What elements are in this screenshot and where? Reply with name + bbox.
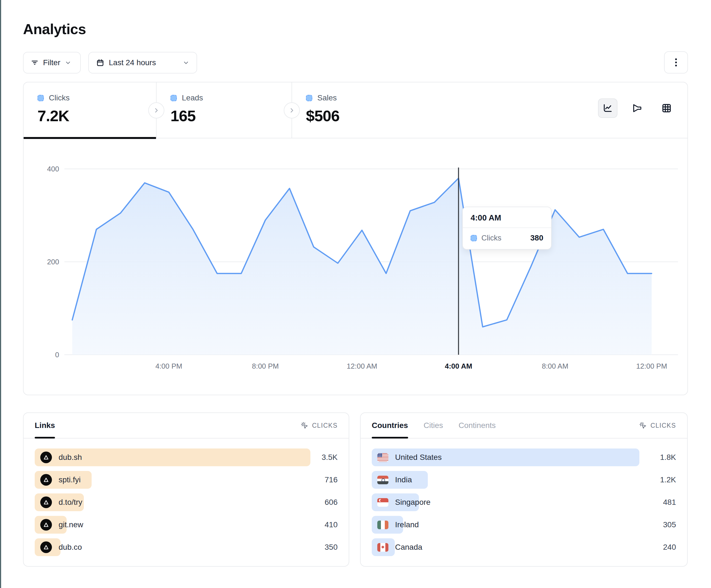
x-axis-label: 4:00 PM [155, 362, 182, 370]
tooltip-legend-marker [471, 235, 477, 241]
chevron-down-icon [183, 59, 189, 66]
list-item[interactable]: Canada240 [372, 538, 676, 556]
dub-logo-icon [40, 541, 52, 553]
tooltip-time: 4:00 AM [463, 207, 551, 228]
chevron-right-icon [153, 107, 159, 113]
row-value: 481 [663, 498, 676, 507]
date-range-label: Last 24 hours [109, 58, 156, 67]
list-item[interactable]: d.to/try606 [35, 493, 338, 511]
stat-tabs-row: Clicks 7.2K Leads 165 Sales $506 [24, 82, 687, 138]
links-metric-header[interactable]: CLICKS [300, 421, 338, 430]
list-item[interactable]: dub.co350 [35, 538, 338, 556]
row-label: git.new [59, 520, 83, 529]
y-axis-label: 200 [47, 258, 59, 266]
expand-leads-button[interactable] [284, 103, 300, 118]
row-value: 606 [325, 498, 338, 507]
tab-cities[interactable]: Cities [424, 413, 443, 438]
stat-label: Clicks [49, 93, 70, 103]
window-edge-accent [0, 0, 1, 588]
row-value: 410 [325, 520, 338, 529]
list-item[interactable]: git.new410 [35, 516, 338, 534]
list-item[interactable]: dub.sh3.5K [35, 449, 338, 466]
list-item[interactable]: India1.2K [372, 471, 676, 489]
stat-value: 7.2K [38, 107, 156, 125]
x-axis-label: 8:00 AM [542, 362, 568, 370]
filter-icon [31, 59, 39, 67]
page-title: Analytics [23, 21, 86, 38]
tab-continents[interactable]: Continents [459, 413, 496, 438]
stat-value: 165 [170, 107, 292, 125]
analytics-card: Clicks 7.2K Leads 165 Sales $506 [23, 82, 688, 395]
active-tab-underline [35, 437, 55, 438]
row-label: dub.sh [59, 453, 82, 462]
tab-clicks[interactable]: Clicks 7.2K [24, 82, 156, 138]
row-label: United States [395, 453, 442, 462]
tooltip-value: 380 [530, 233, 543, 243]
row-label: Singapore [395, 498, 431, 507]
row-value: 350 [325, 543, 338, 552]
countries-panel: Countries Cities Continents CLICKS Unite… [360, 412, 688, 567]
dub-logo-icon [40, 474, 52, 485]
funnel-chart-icon [631, 103, 643, 114]
list-item[interactable]: spti.fyi716 [35, 471, 338, 489]
cities-tab-label: Cities [424, 421, 443, 430]
list-item[interactable]: Singapore481 [372, 493, 676, 511]
leads-legend-marker [170, 95, 177, 101]
flag-ca-icon [377, 543, 388, 552]
continents-tab-label: Continents [459, 421, 496, 430]
stat-value: $506 [306, 107, 427, 125]
tab-links[interactable]: Links [35, 413, 55, 438]
table-icon [661, 103, 672, 114]
links-panel: Links CLICKS dub.sh3.5Kspti.fyi716d.to/t… [23, 412, 349, 567]
active-tab-underline [372, 437, 408, 438]
cursor-click-icon [639, 421, 647, 430]
analytics-page: Analytics Filter Last 24 hours [0, 0, 711, 588]
chart-tooltip: 4:00 AM Clicks 380 [462, 207, 552, 250]
line-chart-view-button[interactable] [598, 98, 618, 118]
date-range-button[interactable]: Last 24 hours [88, 52, 197, 73]
x-axis-label: 12:00 PM [636, 362, 667, 370]
flag-in-icon [377, 476, 388, 484]
countries-tab-label: Countries [372, 421, 408, 430]
list-item[interactable]: Ireland305 [372, 516, 676, 534]
sales-legend-marker [306, 95, 312, 101]
line-chart-icon [602, 103, 613, 114]
y-axis-label: 400 [47, 165, 59, 173]
funnel-chart-view-button[interactable] [627, 98, 647, 118]
tab-countries[interactable]: Countries [372, 413, 408, 438]
metric-label: CLICKS [312, 422, 338, 429]
x-axis-label: 12:00 AM [347, 362, 377, 370]
row-label: spti.fyi [59, 475, 81, 484]
row-label: dub.co [59, 543, 82, 552]
row-value: 716 [325, 475, 338, 484]
tab-leads[interactable]: Leads 165 [156, 82, 292, 138]
row-label: Ireland [395, 520, 419, 529]
dub-logo-icon [40, 452, 52, 463]
list-item[interactable]: United States1.8K [372, 449, 676, 466]
chevron-down-icon [65, 59, 71, 66]
chart-view-toggles [598, 98, 676, 118]
flag-us-icon [377, 453, 388, 462]
flag-ie-icon [377, 521, 388, 529]
tab-sales[interactable]: Sales $506 [292, 82, 427, 138]
clicks-legend-marker [38, 95, 44, 101]
row-value: 3.5K [322, 453, 338, 462]
dub-logo-icon [40, 519, 52, 530]
row-label: India [395, 475, 412, 484]
cursor-click-icon [300, 421, 309, 430]
dub-logo-icon [40, 496, 52, 508]
countries-metric-header[interactable]: CLICKS [639, 421, 676, 430]
filter-button[interactable]: Filter [23, 52, 81, 73]
x-axis-label: 8:00 PM [252, 362, 279, 370]
table-view-button[interactable] [657, 98, 676, 118]
kebab-menu-icon [672, 58, 680, 67]
x-axis-label: 4:00 AM [445, 362, 472, 370]
expand-clicks-button[interactable] [148, 103, 164, 118]
row-value: 1.2K [660, 475, 676, 484]
chevron-right-icon [289, 107, 295, 113]
more-options-button[interactable] [664, 51, 688, 73]
calendar-icon [96, 59, 104, 67]
area-fill [72, 178, 652, 355]
tooltip-series-label: Clicks [481, 234, 501, 243]
clicks-area-chart[interactable]: 02004004:00 PM8:00 PM12:00 AM4:00 AM8:00… [24, 138, 689, 395]
